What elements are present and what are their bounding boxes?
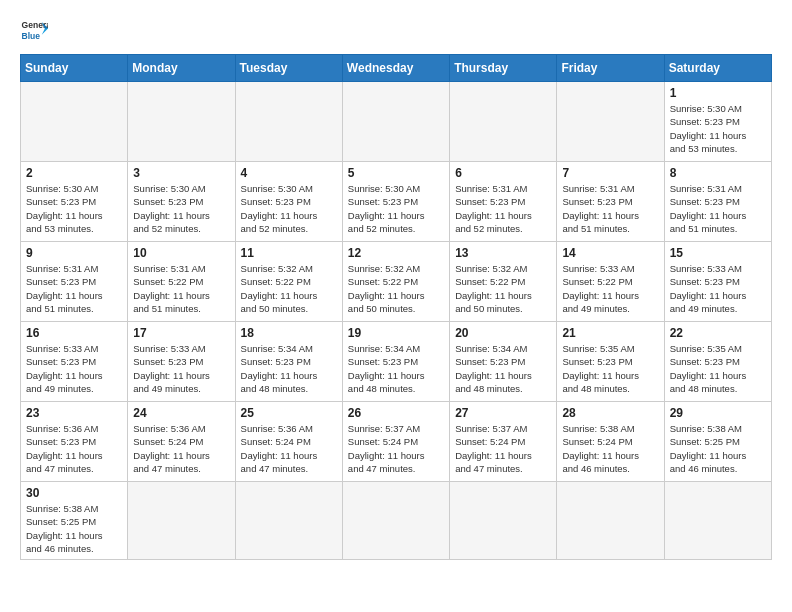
- calendar-cell: 25Sunrise: 5:36 AM Sunset: 5:24 PM Dayli…: [235, 402, 342, 482]
- calendar-cell: 3Sunrise: 5:30 AM Sunset: 5:23 PM Daylig…: [128, 162, 235, 242]
- calendar-cell: 27Sunrise: 5:37 AM Sunset: 5:24 PM Dayli…: [450, 402, 557, 482]
- day-info: Sunrise: 5:32 AM Sunset: 5:22 PM Dayligh…: [455, 262, 551, 315]
- day-info: Sunrise: 5:36 AM Sunset: 5:24 PM Dayligh…: [241, 422, 337, 475]
- weekday-header-sunday: Sunday: [21, 55, 128, 82]
- calendar-cell: [235, 482, 342, 560]
- calendar-cell: 14Sunrise: 5:33 AM Sunset: 5:22 PM Dayli…: [557, 242, 664, 322]
- day-number: 9: [26, 246, 122, 260]
- calendar-cell: 9Sunrise: 5:31 AM Sunset: 5:23 PM Daylig…: [21, 242, 128, 322]
- day-number: 25: [241, 406, 337, 420]
- day-info: Sunrise: 5:31 AM Sunset: 5:23 PM Dayligh…: [455, 182, 551, 235]
- header: General Blue: [20, 16, 772, 44]
- day-info: Sunrise: 5:30 AM Sunset: 5:23 PM Dayligh…: [241, 182, 337, 235]
- day-number: 4: [241, 166, 337, 180]
- day-number: 7: [562, 166, 658, 180]
- calendar-cell: [128, 482, 235, 560]
- day-number: 5: [348, 166, 444, 180]
- calendar-cell: 8Sunrise: 5:31 AM Sunset: 5:23 PM Daylig…: [664, 162, 771, 242]
- calendar-cell: 20Sunrise: 5:34 AM Sunset: 5:23 PM Dayli…: [450, 322, 557, 402]
- calendar-cell: 6Sunrise: 5:31 AM Sunset: 5:23 PM Daylig…: [450, 162, 557, 242]
- day-info: Sunrise: 5:33 AM Sunset: 5:23 PM Dayligh…: [670, 262, 766, 315]
- day-number: 16: [26, 326, 122, 340]
- day-info: Sunrise: 5:34 AM Sunset: 5:23 PM Dayligh…: [455, 342, 551, 395]
- day-info: Sunrise: 5:34 AM Sunset: 5:23 PM Dayligh…: [241, 342, 337, 395]
- calendar-cell: 16Sunrise: 5:33 AM Sunset: 5:23 PM Dayli…: [21, 322, 128, 402]
- calendar-cell: 7Sunrise: 5:31 AM Sunset: 5:23 PM Daylig…: [557, 162, 664, 242]
- day-number: 1: [670, 86, 766, 100]
- weekday-header-thursday: Thursday: [450, 55, 557, 82]
- weekday-header-wednesday: Wednesday: [342, 55, 449, 82]
- calendar-cell: 21Sunrise: 5:35 AM Sunset: 5:23 PM Dayli…: [557, 322, 664, 402]
- calendar-cell: 30Sunrise: 5:38 AM Sunset: 5:25 PM Dayli…: [21, 482, 128, 560]
- day-number: 21: [562, 326, 658, 340]
- day-number: 8: [670, 166, 766, 180]
- day-info: Sunrise: 5:32 AM Sunset: 5:22 PM Dayligh…: [348, 262, 444, 315]
- logo: General Blue: [20, 16, 48, 44]
- day-number: 6: [455, 166, 551, 180]
- calendar-cell: 13Sunrise: 5:32 AM Sunset: 5:22 PM Dayli…: [450, 242, 557, 322]
- day-number: 15: [670, 246, 766, 260]
- calendar-cell: 1Sunrise: 5:30 AM Sunset: 5:23 PM Daylig…: [664, 82, 771, 162]
- day-info: Sunrise: 5:31 AM Sunset: 5:22 PM Dayligh…: [133, 262, 229, 315]
- day-info: Sunrise: 5:30 AM Sunset: 5:23 PM Dayligh…: [133, 182, 229, 235]
- day-number: 19: [348, 326, 444, 340]
- day-number: 18: [241, 326, 337, 340]
- calendar-cell: 23Sunrise: 5:36 AM Sunset: 5:23 PM Dayli…: [21, 402, 128, 482]
- day-number: 12: [348, 246, 444, 260]
- day-number: 17: [133, 326, 229, 340]
- day-number: 23: [26, 406, 122, 420]
- calendar-cell: [664, 482, 771, 560]
- day-info: Sunrise: 5:30 AM Sunset: 5:23 PM Dayligh…: [26, 182, 122, 235]
- day-number: 30: [26, 486, 122, 500]
- day-number: 20: [455, 326, 551, 340]
- day-info: Sunrise: 5:38 AM Sunset: 5:25 PM Dayligh…: [26, 502, 122, 555]
- day-info: Sunrise: 5:33 AM Sunset: 5:23 PM Dayligh…: [133, 342, 229, 395]
- svg-text:Blue: Blue: [22, 31, 41, 41]
- calendar-cell: [342, 482, 449, 560]
- calendar-cell: [342, 82, 449, 162]
- day-info: Sunrise: 5:34 AM Sunset: 5:23 PM Dayligh…: [348, 342, 444, 395]
- day-number: 27: [455, 406, 551, 420]
- calendar-cell: [21, 82, 128, 162]
- day-info: Sunrise: 5:31 AM Sunset: 5:23 PM Dayligh…: [562, 182, 658, 235]
- calendar-cell: 26Sunrise: 5:37 AM Sunset: 5:24 PM Dayli…: [342, 402, 449, 482]
- day-number: 29: [670, 406, 766, 420]
- calendar-table: SundayMondayTuesdayWednesdayThursdayFrid…: [20, 54, 772, 560]
- day-info: Sunrise: 5:38 AM Sunset: 5:25 PM Dayligh…: [670, 422, 766, 475]
- day-info: Sunrise: 5:33 AM Sunset: 5:23 PM Dayligh…: [26, 342, 122, 395]
- day-info: Sunrise: 5:36 AM Sunset: 5:24 PM Dayligh…: [133, 422, 229, 475]
- weekday-header-friday: Friday: [557, 55, 664, 82]
- day-number: 11: [241, 246, 337, 260]
- day-number: 14: [562, 246, 658, 260]
- day-info: Sunrise: 5:31 AM Sunset: 5:23 PM Dayligh…: [26, 262, 122, 315]
- calendar-cell: 28Sunrise: 5:38 AM Sunset: 5:24 PM Dayli…: [557, 402, 664, 482]
- calendar-cell: 12Sunrise: 5:32 AM Sunset: 5:22 PM Dayli…: [342, 242, 449, 322]
- calendar-cell: [557, 482, 664, 560]
- calendar-cell: 24Sunrise: 5:36 AM Sunset: 5:24 PM Dayli…: [128, 402, 235, 482]
- day-info: Sunrise: 5:30 AM Sunset: 5:23 PM Dayligh…: [670, 102, 766, 155]
- calendar-cell: 17Sunrise: 5:33 AM Sunset: 5:23 PM Dayli…: [128, 322, 235, 402]
- calendar-cell: 11Sunrise: 5:32 AM Sunset: 5:22 PM Dayli…: [235, 242, 342, 322]
- weekday-header-monday: Monday: [128, 55, 235, 82]
- day-info: Sunrise: 5:37 AM Sunset: 5:24 PM Dayligh…: [455, 422, 551, 475]
- day-info: Sunrise: 5:33 AM Sunset: 5:22 PM Dayligh…: [562, 262, 658, 315]
- calendar-cell: 5Sunrise: 5:30 AM Sunset: 5:23 PM Daylig…: [342, 162, 449, 242]
- day-number: 28: [562, 406, 658, 420]
- day-number: 2: [26, 166, 122, 180]
- day-info: Sunrise: 5:35 AM Sunset: 5:23 PM Dayligh…: [562, 342, 658, 395]
- calendar-cell: 15Sunrise: 5:33 AM Sunset: 5:23 PM Dayli…: [664, 242, 771, 322]
- calendar-cell: 22Sunrise: 5:35 AM Sunset: 5:23 PM Dayli…: [664, 322, 771, 402]
- calendar-cell: [235, 82, 342, 162]
- day-number: 10: [133, 246, 229, 260]
- day-info: Sunrise: 5:31 AM Sunset: 5:23 PM Dayligh…: [670, 182, 766, 235]
- day-info: Sunrise: 5:36 AM Sunset: 5:23 PM Dayligh…: [26, 422, 122, 475]
- day-info: Sunrise: 5:35 AM Sunset: 5:23 PM Dayligh…: [670, 342, 766, 395]
- calendar-cell: 29Sunrise: 5:38 AM Sunset: 5:25 PM Dayli…: [664, 402, 771, 482]
- generalblue-logo-icon: General Blue: [20, 16, 48, 44]
- calendar-cell: [557, 82, 664, 162]
- day-info: Sunrise: 5:32 AM Sunset: 5:22 PM Dayligh…: [241, 262, 337, 315]
- day-info: Sunrise: 5:37 AM Sunset: 5:24 PM Dayligh…: [348, 422, 444, 475]
- day-number: 22: [670, 326, 766, 340]
- calendar-cell: [128, 82, 235, 162]
- calendar-cell: 10Sunrise: 5:31 AM Sunset: 5:22 PM Dayli…: [128, 242, 235, 322]
